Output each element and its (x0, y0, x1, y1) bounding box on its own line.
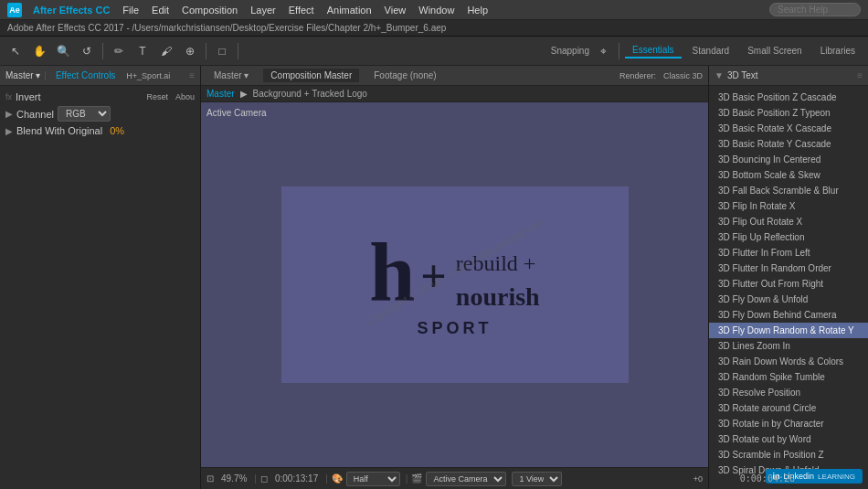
item-13[interactable]: 3D Fly Down & Unfold (709, 292, 868, 307)
item-2[interactable]: 3D Basic Rotate X Cascade (709, 121, 868, 136)
shape-tool[interactable]: □ (212, 41, 232, 61)
quality-select[interactable]: Half Full Third Quarter (346, 472, 400, 486)
item-14[interactable]: 3D Fly Down Behind Camera (709, 307, 868, 323)
pen-tool[interactable]: ✏ (109, 41, 129, 61)
blend-label: Blend With Original (16, 125, 102, 136)
item-1[interactable]: 3D Basic Position Z Typeon (709, 105, 868, 121)
menubar: Ae After Effects CC File Edit Compositio… (0, 0, 868, 20)
comp-master-tab[interactable]: Composition Master (263, 69, 359, 82)
comp-ctrl-icon4: 🎬 (411, 473, 422, 484)
effect-name: Invert (16, 91, 41, 102)
panel-expand-icon[interactable]: ▼ (715, 70, 724, 80)
item-18[interactable]: 3D Random Spike Tumble (709, 369, 868, 385)
center-area: Master ▾ Composition Master Footage (non… (201, 66, 708, 489)
canvas-bottom: SPORT (417, 319, 492, 338)
panel-menu-icon[interactable]: ≡ (857, 70, 863, 80)
timer-value: 0:00:04:26 (740, 473, 795, 484)
item-23[interactable]: 3D Scramble in Position Z (709, 447, 868, 462)
comp-controls: ⊡ 49.7% | ◻ 0:00:13:17 | 🎨 Half Full Thi… (201, 467, 708, 489)
item-4[interactable]: 3D Bouncing In Centered (709, 152, 868, 167)
file-path: Adobe After Effects CC 2017 - /Users/mar… (7, 23, 446, 33)
pathbar: Adobe After Effects CC 2017 - /Users/mar… (0, 20, 868, 37)
brush-tool[interactable]: 🖌 (156, 41, 176, 61)
hand-tool[interactable]: ✋ (29, 41, 49, 61)
comp-master-breadcrumb[interactable]: Master (206, 89, 235, 99)
right-panel-header: ▼ 3D Text ≡ (709, 66, 868, 86)
master-mini-tab[interactable]: Master ▾ (206, 69, 256, 82)
about-label[interactable]: Abou (175, 92, 195, 101)
blend-row: ▶ Blend With Original 0% (5, 125, 195, 136)
workspace-essentials[interactable]: Essentials (625, 43, 682, 58)
menu-file[interactable]: File (117, 3, 144, 17)
menu-edit[interactable]: Edit (146, 3, 175, 17)
menu-animation[interactable]: Animation (322, 3, 377, 17)
menu-composition[interactable]: Composition (176, 3, 243, 17)
channel-label: Channel (16, 109, 54, 120)
item-0[interactable]: 3D Basic Position Z Cascade (709, 90, 868, 105)
divider-3 (238, 43, 238, 59)
footage-tab[interactable]: Footage (none) (366, 69, 443, 82)
menu-help[interactable]: Help (461, 3, 493, 17)
channel-select[interactable]: RGB Red Green Blue (58, 106, 111, 122)
item-6[interactable]: 3D Fall Back Scramble & Blur (709, 183, 868, 198)
item-11[interactable]: 3D Flutter In Random Order (709, 260, 868, 276)
rotate-tool[interactable]: ↺ (77, 41, 97, 61)
search-input[interactable] (769, 3, 861, 16)
menubar-right (769, 3, 861, 16)
right-panel-title: 3D Text (727, 70, 758, 80)
snapping-icon[interactable]: ⌖ (593, 41, 613, 61)
workspace-small-screen[interactable]: Small Screen (740, 44, 809, 58)
reset-btn[interactable]: Reset (146, 92, 168, 101)
snapping-label: Snapping (551, 46, 589, 56)
menu-layer[interactable]: Layer (245, 3, 281, 17)
comp-ctrl-icon3: 🎨 (332, 473, 343, 484)
item-8[interactable]: 3D Flip Out Rotate X (709, 214, 868, 229)
right-panel: ▼ 3D Text ≡ 3D Basic Position Z Cascade … (708, 66, 868, 489)
text-tool[interactable]: T (132, 41, 153, 61)
channel-row: ▶ Channel RGB Red Green Blue (5, 106, 195, 122)
divider-1 (102, 43, 103, 59)
time-display: 0:00:13:17 (271, 473, 322, 484)
zoom-value[interactable]: 49.7% (217, 473, 250, 484)
snapping-area: Snapping ⌖ (551, 41, 613, 61)
view-select[interactable]: 1 View (512, 472, 562, 486)
canvas-h-letter: h (369, 231, 415, 314)
filename-label: H+_Sport.ai (126, 71, 170, 80)
item-16[interactable]: 3D Lines Zoom In (709, 338, 868, 354)
divider-4 (619, 43, 619, 59)
workspace-buttons: Essentials Standard Small Screen Librari… (625, 43, 863, 58)
item-10[interactable]: 3D Flutter In From Left (709, 245, 868, 260)
comp-viewport[interactable]: Active Camera h + rebuild + nourish (201, 102, 708, 467)
clone-tool[interactable]: ⊕ (180, 41, 200, 61)
item-22[interactable]: 3D Rotate out by Word (709, 431, 868, 447)
fx-row: fx Invert Reset Abou (5, 91, 195, 102)
comp-background-breadcrumb[interactable]: Background + Tracked Logo (253, 89, 367, 99)
menu-window[interactable]: Window (413, 3, 460, 17)
selection-tool[interactable]: ↖ (5, 41, 26, 61)
camera-select[interactable]: Active Camera (426, 472, 506, 486)
left-panel: Master ▾ | Effect Controls H+_Sport.ai ≡… (0, 66, 201, 489)
item-15[interactable]: 3D Fly Down Random & Rotate Y (709, 323, 868, 338)
zoom-tool[interactable]: 🔍 (53, 41, 73, 61)
effect-controls-tab[interactable]: Effect Controls (50, 69, 121, 82)
item-20[interactable]: 3D Rotate around Circle (709, 400, 868, 416)
comp-header: Master ▾ Composition Master Footage (non… (201, 66, 708, 86)
item-17[interactable]: 3D Rain Down Words & Colors (709, 354, 868, 369)
canvas-rebuild: rebuild + (456, 250, 540, 278)
toolbar: ↖ ✋ 🔍 ↺ ✏ T 🖌 ⊕ □ Snapping ⌖ Essentials … (0, 37, 868, 66)
item-7[interactable]: 3D Flip In Rotate X (709, 198, 868, 214)
item-19[interactable]: 3D Resolve Position (709, 385, 868, 400)
item-9[interactable]: 3D Flip Up Reflection (709, 229, 868, 245)
canvas-nourish: nourish (456, 281, 540, 314)
item-3[interactable]: 3D Basic Rotate Y Cascade (709, 136, 868, 152)
item-12[interactable]: 3D Flutter Out From Right (709, 276, 868, 292)
menu-effect[interactable]: Effect (283, 3, 320, 17)
master-label: Master ▾ (5, 70, 40, 80)
item-5[interactable]: 3D Bottom Scale & Skew (709, 167, 868, 183)
workspace-libraries[interactable]: Libraries (813, 44, 863, 58)
app-name[interactable]: After Effects CC (27, 3, 115, 17)
workspace-standard[interactable]: Standard (685, 44, 737, 58)
item-21[interactable]: 3D Rotate in by Character (709, 416, 868, 431)
menu-view[interactable]: View (379, 3, 412, 17)
comp-ctrl-icon2: ◻ (260, 473, 268, 484)
